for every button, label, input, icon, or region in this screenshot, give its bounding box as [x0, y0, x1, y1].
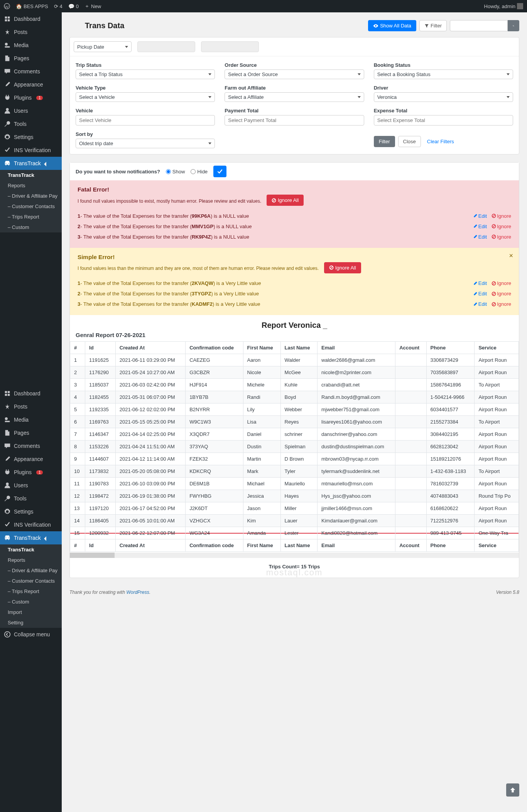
sidebar-item-transtrack[interactable]: TransTrack — [0, 157, 62, 170]
sidebar-item-appearance[interactable]: Appearance — [0, 453, 62, 466]
edit-link[interactable]: Edit — [473, 280, 487, 286]
submenu-item[interactable]: TransTrack — [0, 170, 62, 180]
ignore-link[interactable]: Ignore — [492, 280, 511, 286]
sidebar-item-dashboard[interactable]: Dashboard — [0, 12, 62, 25]
submenu-item[interactable]: Import — [0, 607, 62, 617]
table-row[interactable]: 1512009322021-06-22 12:07:00 PMWG3A24Ama… — [70, 527, 519, 539]
sidebar-item-tools[interactable]: Tools — [0, 117, 62, 131]
table-row[interactable]: 811532262021-04-24 11:51:00 AM373YAQDust… — [70, 441, 519, 453]
sidebar-item-posts[interactable]: Posts — [0, 25, 62, 39]
table-row[interactable]: 311850372021-06-03 02:42:00 PMHJF914Mich… — [70, 379, 519, 391]
sidebar-item-comments[interactable]: Comments — [0, 65, 62, 78]
sidebar-item-ins-verification[interactable]: INS Verification — [0, 144, 62, 157]
sidebar-item-transtrack[interactable]: TransTrack — [0, 531, 62, 544]
ignore-link[interactable]: Ignore — [492, 301, 511, 307]
submenu-item[interactable]: Reports — [0, 555, 62, 565]
site-name[interactable]: 🏠 BES APPS — [16, 3, 48, 9]
sidebar-item-pages[interactable]: Pages — [0, 426, 62, 439]
sidebar-item-ins-verification[interactable]: INS Verification — [0, 518, 62, 531]
hide-radio[interactable]: Hide — [191, 169, 208, 175]
date-to-input[interactable] — [201, 41, 259, 52]
search-input[interactable] — [450, 20, 508, 31]
show-all-data-button[interactable]: Show All Data — [368, 20, 416, 31]
close-icon[interactable]: × — [509, 252, 513, 260]
sort-by-select[interactable]: Oldest trip date — [76, 139, 215, 148]
table-row[interactable]: 611697632021-05-15 05:25:00 PMW9C1W3Lisa… — [70, 416, 519, 428]
edit-link[interactable]: Edit — [473, 301, 487, 307]
table-row[interactable]: 111916252021-06-11 03:29:00 PMCAEZEGAaro… — [70, 354, 519, 366]
payment-total-input[interactable] — [225, 115, 364, 125]
submenu-item[interactable]: – Trips Report — [0, 212, 62, 222]
submenu-item[interactable]: Reports — [0, 180, 62, 191]
show-radio[interactable]: Show — [166, 169, 185, 175]
close-filter-button[interactable]: Close — [398, 136, 421, 147]
sidebar-item-media[interactable]: Media — [0, 413, 62, 426]
sidebar-item-posts[interactable]: Posts — [0, 400, 62, 413]
submenu-item[interactable]: – Custom — [0, 597, 62, 607]
sidebar-item-media[interactable]: Media — [0, 39, 62, 52]
trip-status-select[interactable]: Select a Trip Status — [76, 70, 215, 79]
ignore-link[interactable]: Ignore — [492, 234, 511, 240]
submenu-item[interactable]: Setting — [0, 617, 62, 628]
updates-link[interactable]: ⟳ 4 — [54, 3, 62, 9]
submenu-item[interactable]: – Customer Contacts — [0, 576, 62, 586]
scroll-top-button[interactable] — [506, 783, 519, 797]
ignore-link[interactable]: Ignore — [492, 224, 511, 229]
apply-filter-button[interactable]: Filter — [374, 136, 395, 147]
sidebar-item-plugins[interactable]: Plugins1 — [0, 466, 62, 479]
submenu-item[interactable]: – Driver & Affiliate Pay — [0, 191, 62, 201]
sidebar-item-comments[interactable]: Comments — [0, 439, 62, 453]
vehicle-type-select[interactable]: Select a Vehicle — [76, 92, 215, 102]
sidebar-item-pages[interactable]: Pages — [0, 52, 62, 65]
submenu-item[interactable]: – Customer Contacts — [0, 201, 62, 212]
clear-filters-link[interactable]: Clear Filters — [427, 139, 454, 144]
search-button[interactable] — [508, 20, 519, 31]
farm-out-select[interactable]: Select a Affiliate — [225, 92, 364, 102]
table-row[interactable]: 1211984722021-06-19 01:38:00 PMFWYHBGJes… — [70, 490, 519, 502]
comments-link[interactable]: 💬 0 — [68, 3, 79, 9]
submenu-item[interactable]: – Custom — [0, 222, 62, 232]
collapse-menu[interactable]: Collapse menu — [0, 628, 62, 641]
driver-select[interactable]: Veronica — [374, 92, 513, 102]
sidebar-item-plugins[interactable]: Plugins1 — [0, 91, 62, 104]
wp-logo-icon[interactable] — [4, 3, 10, 9]
confirm-notif-button[interactable] — [213, 166, 226, 177]
table-row[interactable]: 711463472021-04-14 02:25:00 PMX3QDR7Dani… — [70, 428, 519, 441]
howdy-user[interactable]: Howdy, admin — [484, 3, 523, 9]
wordpress-link[interactable]: WordPress — [126, 590, 149, 595]
submenu-item[interactable]: – Driver & Affiliate Pay — [0, 565, 62, 576]
table-row[interactable]: 411824552021-05-31 06:07:00 PM1BYB7BRand… — [70, 391, 519, 403]
order-source-select[interactable]: Select a Order Source — [225, 70, 364, 79]
table-row[interactable]: 1411864052021-06-05 10:01:00 AMVZHGCXKim… — [70, 515, 519, 527]
sidebar-item-settings[interactable]: Settings — [0, 505, 62, 518]
sidebar-item-dashboard[interactable]: Dashboard — [0, 387, 62, 400]
table-row[interactable]: 211762902021-05-24 10:27:00 AMG3CBZRNico… — [70, 366, 519, 379]
table-row[interactable]: 1011738322021-05-20 05:08:00 PMKDKCRQMar… — [70, 465, 519, 478]
sidebar-item-tools[interactable]: Tools — [0, 492, 62, 505]
simple-ignore-all-button[interactable]: Ignore All — [324, 262, 361, 273]
new-link[interactable]: ＋ New — [84, 3, 101, 10]
sidebar-item-users[interactable]: Users — [0, 104, 62, 117]
sidebar-item-appearance[interactable]: Appearance — [0, 78, 62, 91]
expense-total-input[interactable] — [374, 115, 513, 125]
sidebar-item-settings[interactable]: Settings — [0, 131, 62, 144]
submenu-item[interactable]: – Trips Report — [0, 586, 62, 597]
edit-link[interactable]: Edit — [473, 213, 487, 219]
pickup-date-select[interactable]: Pickup Date — [74, 41, 132, 52]
edit-link[interactable]: Edit — [473, 234, 487, 240]
table-row[interactable]: 911446072021-04-12 11:14:00 AMFZEK32Mart… — [70, 453, 519, 465]
ignore-link[interactable]: Ignore — [492, 213, 511, 219]
edit-link[interactable]: Edit — [473, 224, 487, 229]
date-from-input[interactable] — [137, 41, 195, 52]
vehicle-input[interactable] — [76, 115, 215, 125]
edit-link[interactable]: Edit — [473, 291, 487, 297]
ignore-link[interactable]: Ignore — [492, 291, 511, 297]
booking-status-select[interactable]: Select a Booking Status — [374, 70, 513, 79]
fatal-ignore-all-button[interactable]: Ignore All — [267, 195, 304, 206]
sidebar-item-users[interactable]: Users — [0, 479, 62, 492]
table-row[interactable]: 511923352021-06-12 02:02:00 PMB2NYRRLily… — [70, 403, 519, 416]
table-row[interactable]: 1111907832021-06-10 03:09:00 PMDE6M1BMic… — [70, 478, 519, 490]
table-row[interactable]: 1311971202021-06-17 04:52:00 PMJ2K6DTJas… — [70, 502, 519, 515]
filter-button[interactable]: Filter — [419, 20, 447, 31]
horizontal-scrollbar[interactable] — [70, 553, 519, 558]
